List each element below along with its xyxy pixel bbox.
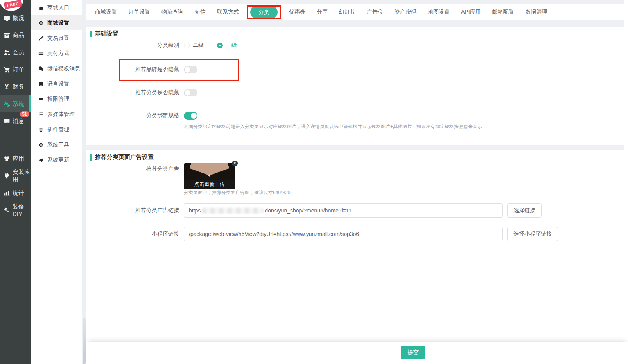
ad-image-hint: 分类页面中，推荐分类的广告图，建议尺寸640*320 (184, 189, 291, 196)
radio-level-3[interactable]: 三级 (217, 42, 237, 49)
primary-sidebar: FREE 概况 商品 会员 订单 ¥ 财务 系统 消息 5 (0, 0, 31, 364)
ad-image-thumbnail[interactable]: 点击重新上传 ✕ (184, 163, 235, 189)
category-level-row: 分类级别 二级 三级 (86, 40, 237, 51)
menu-item-label: 权限管理 (47, 96, 69, 103)
reupload-overlay[interactable]: 点击重新上传 (184, 180, 235, 189)
sidebar-item-label: 概况 (13, 14, 24, 22)
sidebar-item-overview[interactable]: 概况 (0, 9, 31, 27)
sidebar-item-label: 应用 (13, 155, 24, 162)
yen-icon: ¥ (4, 84, 10, 90)
menu-item-system-tools[interactable]: 系统工具 (31, 137, 82, 152)
mini-link-input[interactable]: /packageI/web-view/h5View?diyUrl=https:/… (184, 227, 503, 241)
bind-spec-toggle[interactable] (184, 112, 197, 120)
language-icon (38, 81, 44, 87)
choose-link-button[interactable]: 选择链接 (507, 203, 542, 218)
menu-item-payment-methods[interactable]: 支付方式 (31, 46, 82, 61)
sidebar-item-messages[interactable]: 消息 51 (0, 112, 31, 130)
radio-level-2[interactable]: 二级 (184, 42, 204, 49)
sidebar-item-apps[interactable]: 应用 (0, 150, 31, 167)
mini-link-value: /packageI/web-view/h5View?diyUrl=https:/… (189, 231, 359, 237)
primary-nav: 概况 商品 会员 订单 ¥ 财务 系统 消息 51 应 (0, 9, 31, 219)
menu-item-label: 支付方式 (47, 50, 69, 57)
sidebar-item-members[interactable]: 会员 (0, 44, 31, 61)
menu-item-label: 系统更新 (47, 157, 69, 164)
menu-item-plugins[interactable]: 插件管理 (31, 122, 82, 137)
tab-map-settings[interactable]: 地图设置 (428, 9, 450, 16)
ad-link-input[interactable]: httpsdons/yun_shop/?menu#/home?i=11 (184, 203, 503, 218)
section-title: 基础设置 (95, 30, 118, 37)
ad-image-label: 推荐分类广告 (86, 166, 179, 173)
sidebar-item-statistics[interactable]: 统计 (0, 184, 31, 202)
send-plane-icon (38, 157, 44, 163)
tab-mailbox-config[interactable]: 邮箱配置 (492, 9, 514, 16)
sidebar-item-label: 会员 (13, 49, 24, 56)
sidebar-item-diy[interactable]: 装修DIY (0, 202, 31, 219)
plugin-icon (38, 127, 44, 132)
install-apps-icon (4, 173, 10, 179)
sidebar-item-label: 财务 (13, 83, 24, 91)
section-accent-bar (90, 31, 92, 37)
settings-tabbar: 商城设置 订单设置 物流查询 短信 联系方式 分类 优惠券 分享 幻灯片 广告位… (86, 4, 624, 20)
tab-data-cleanup[interactable]: 数据清理 (526, 9, 547, 16)
dashboard-icon (4, 15, 10, 21)
menu-item-label: 商城入口 (47, 4, 69, 11)
choose-mini-link-button[interactable]: 选择小程序链接 (507, 227, 558, 241)
cart-icon (4, 66, 10, 73)
tab-mall-settings[interactable]: 商城设置 (95, 9, 117, 16)
bar-chart-icon (4, 190, 10, 196)
ad-link-row: 推荐分类广告链接 httpsdons/yun_shop/?menu#/home?… (86, 203, 542, 218)
tab-order-settings[interactable]: 订单设置 (128, 9, 150, 16)
tab-coupon[interactable]: 优惠券 (289, 9, 305, 16)
menu-item-media[interactable]: 多媒体管理 (31, 107, 82, 122)
sidebar-scrollbar-thumb[interactable] (83, 318, 86, 364)
tab-category[interactable]: 分类 (250, 6, 278, 18)
menu-item-mall-entry[interactable]: 商城入口 (31, 0, 82, 15)
hide-brand-label: 推荐品牌是否隐藏 (86, 66, 179, 73)
radio-circle[interactable] (217, 43, 223, 48)
radio-circle[interactable] (184, 43, 190, 48)
tab-share[interactable]: 分享 (317, 9, 328, 16)
page-scrollbar-track[interactable] (624, 0, 628, 364)
tab-sms[interactable]: 短信 (195, 9, 206, 16)
submit-button[interactable]: 提交 (401, 346, 425, 359)
tab-slideshow[interactable]: 幻灯片 (339, 9, 355, 16)
sidebar-item-install-apps[interactable]: 安装应用 (0, 167, 31, 184)
hide-category-toggle[interactable] (184, 89, 197, 96)
menu-item-label: 商城设置 (47, 20, 69, 27)
radio-label: 二级 (193, 42, 204, 49)
sidebar-item-label: 订单 (13, 66, 24, 73)
menu-item-wechat-template[interactable]: 微信模板消息 (31, 61, 82, 76)
chat-icon (4, 118, 10, 125)
sidebar-item-orders[interactable]: 订单 (0, 61, 31, 78)
tab-api-app[interactable]: API应用 (461, 9, 481, 16)
gears-icon (4, 101, 10, 107)
menu-item-label: 插件管理 (47, 126, 69, 133)
tab-logistics[interactable]: 物流查询 (161, 9, 183, 16)
exchange-icon (38, 36, 44, 41)
permission-icon (38, 96, 44, 102)
menu-item-label: 微信模板消息 (47, 65, 80, 72)
tab-ad-position[interactable]: 广告位 (367, 9, 383, 16)
sidebar-item-finance[interactable]: ¥ 财务 (0, 78, 31, 95)
secondary-sidebar: 商城入口 商城设置 交易设置 支付方式 微信模板消息 语言设置 权限管理 多媒体… (31, 0, 82, 364)
mini-link-label: 小程序链接 (86, 230, 179, 237)
menu-item-permission[interactable]: 权限管理 (31, 91, 82, 107)
section-accent-bar (90, 154, 92, 161)
gear-icon (38, 20, 44, 26)
remove-image-icon[interactable]: ✕ (232, 161, 238, 166)
bank-card-icon (38, 51, 44, 56)
menu-item-trade-settings[interactable]: 交易设置 (31, 30, 82, 46)
tab-asset-password[interactable]: 资产密码 (395, 9, 416, 16)
sidebar-item-system[interactable]: 系统 (0, 95, 31, 112)
action-footer: 提交 (86, 342, 628, 364)
media-list-icon (38, 112, 44, 117)
sidebar-item-goods[interactable]: 商品 (0, 27, 31, 44)
ad-settings-card: 推荐分类页面广告设置 推荐分类广告 点击重新上传 ✕ 分类页面中，推荐分类的广告… (86, 150, 624, 342)
thumb-up-icon (38, 5, 44, 11)
menu-item-mall-settings[interactable]: 商城设置 (31, 15, 82, 30)
radio-label: 三级 (226, 42, 237, 49)
menu-item-language-settings[interactable]: 语言设置 (31, 76, 82, 91)
menu-item-system-update[interactable]: 系统更新 (31, 152, 82, 168)
hide-brand-toggle[interactable] (184, 66, 197, 73)
tab-contact[interactable]: 联系方式 (217, 9, 239, 16)
